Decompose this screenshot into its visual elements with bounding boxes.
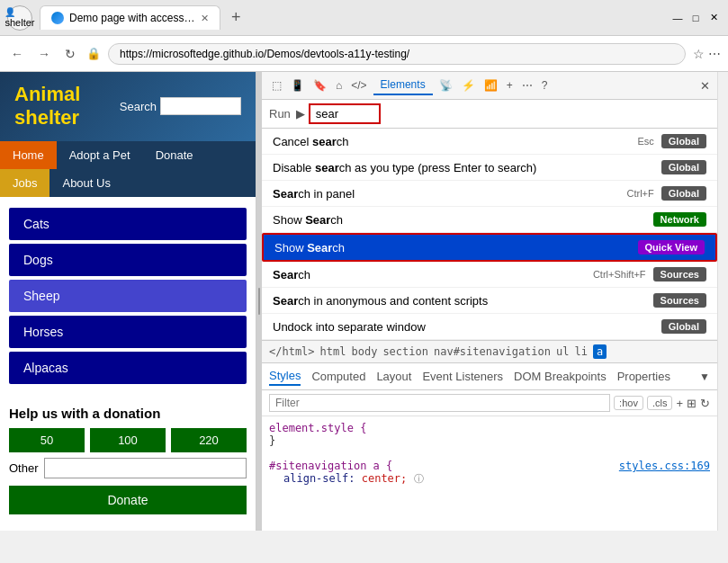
network-icon[interactable]: 📡: [436, 77, 455, 94]
performance-icon[interactable]: ⚡: [459, 77, 478, 94]
amount-100-button[interactable]: 100: [90, 428, 166, 452]
more-icon[interactable]: ⋯: [708, 47, 721, 61]
badge-global-4: Global: [661, 319, 706, 334]
donation-amounts: 50 100 220: [9, 428, 247, 452]
css-source-link[interactable]: styles.css:169: [619, 460, 710, 472]
browser-tab[interactable]: Demo page with accessibility iss ✕: [40, 5, 220, 30]
address-bar: ← → ↻ 🔒 ☆ ⋯: [0, 36, 728, 72]
nav-item-jobs[interactable]: Jobs: [0, 169, 49, 197]
tab-close-button[interactable]: ✕: [201, 13, 209, 24]
bookmark-icon[interactable]: 🔖: [310, 77, 329, 94]
breadcrumb-html-tag[interactable]: </html>: [269, 345, 315, 358]
css-content: element.style { } #sitenavigation a { st…: [262, 416, 717, 531]
tab-label: Demo page with accessibility iss: [69, 12, 195, 24]
styles-tabs: Styles Computed Layout Event Listeners D…: [262, 363, 717, 390]
cmd-cancel-search[interactable]: Cancel search Esc Global: [262, 129, 717, 155]
cmd-undock[interactable]: Undock into separate window Global: [262, 314, 717, 340]
hov-badge[interactable]: :hov: [614, 396, 643, 410]
run-label: Run: [269, 107, 291, 121]
tab-properties[interactable]: Properties: [617, 368, 670, 385]
animal-item-alpacas[interactable]: Alpacas: [9, 352, 247, 384]
html-breadcrumb: </html> html body section nav#sitenaviga…: [262, 341, 717, 363]
css-block-1: element.style { }: [269, 422, 710, 447]
other-amount-input[interactable]: [44, 458, 247, 478]
nav-item-adopt[interactable]: Adopt a Pet: [57, 141, 143, 169]
info-icon: ⓘ: [414, 473, 424, 485]
forward-button[interactable]: →: [34, 45, 54, 63]
panel-divider[interactable]: [256, 72, 262, 531]
nav-item-home[interactable]: Home: [0, 141, 57, 169]
cmd-show-search-quickview[interactable]: Show Search Quick View: [262, 233, 717, 262]
edge-icon: [51, 12, 64, 24]
tab-dom-breakpoints[interactable]: DOM Breakpoints: [514, 368, 607, 385]
donate-button[interactable]: Donate: [9, 486, 247, 514]
badge-global-3: Global: [661, 186, 706, 201]
site-header: Animal shelter Search: [0, 72, 256, 141]
close-button[interactable]: ✕: [706, 11, 721, 25]
maximize-button[interactable]: □: [688, 11, 703, 25]
filter-input[interactable]: [269, 394, 610, 412]
css-selector-2: #sitenavigation a {: [269, 460, 392, 472]
tab-event-listeners[interactable]: Event Listeners: [422, 368, 503, 385]
breadcrumb-li[interactable]: li: [574, 345, 587, 358]
tab-computed[interactable]: Computed: [311, 368, 365, 385]
cmd-search-panel[interactable]: Search in panel Ctrl+F Global: [262, 181, 717, 207]
css-selector-1: element.style {: [269, 422, 366, 434]
run-arrow: ▶: [296, 107, 305, 121]
new-tab-button[interactable]: +: [224, 8, 248, 27]
cmd-show-search-network[interactable]: Show Search Network: [262, 207, 717, 233]
site-title: Animal shelter: [14, 83, 80, 130]
devtools-close-button[interactable]: ✕: [700, 79, 710, 93]
animal-list: Cats Dogs Sheep Horses Alpacas: [0, 197, 256, 395]
cmd-search-sources[interactable]: Search Ctrl+Shift+F Sources: [262, 262, 717, 288]
inspect-icon[interactable]: ⬚: [269, 77, 284, 94]
breadcrumb-ul[interactable]: ul: [556, 345, 569, 358]
favorites-icon[interactable]: ☆: [693, 47, 705, 61]
amount-220-button[interactable]: 220: [171, 428, 247, 452]
other-row: Other: [9, 458, 247, 478]
animal-item-horses[interactable]: Horses: [9, 316, 247, 348]
plus-icon[interactable]: +: [504, 77, 516, 94]
site-search-input[interactable]: [160, 97, 241, 115]
breadcrumb-section[interactable]: section: [382, 345, 428, 358]
devtools-bottom: </html> html body section nav#sitenaviga…: [262, 341, 717, 531]
nav-item-donate[interactable]: Donate: [143, 141, 206, 169]
refresh-style-icon[interactable]: ↻: [700, 397, 710, 410]
new-style-rule-icon[interactable]: ⊞: [687, 397, 697, 410]
nav-item-about[interactable]: About Us: [49, 169, 122, 197]
home-icon[interactable]: ⌂: [333, 77, 345, 94]
device-icon[interactable]: 📱: [288, 77, 307, 94]
breadcrumb-html[interactable]: html: [320, 345, 346, 358]
cmd-disable-search[interactable]: Disable search as you type (press Enter …: [262, 155, 717, 181]
back-button[interactable]: ←: [7, 45, 27, 63]
breadcrumb-nav[interactable]: nav#sitenavigation: [434, 345, 551, 358]
more-tools-icon[interactable]: ⋯: [519, 77, 535, 94]
help-icon[interactable]: ?: [539, 77, 551, 94]
code-icon[interactable]: </>: [348, 77, 369, 94]
cmd-search-anon[interactable]: Search in anonymous and content scripts …: [262, 288, 717, 314]
css-value-1: center;: [362, 472, 408, 485]
add-style-icon[interactable]: +: [676, 397, 683, 410]
main-layout: Animal shelter Search Home Adopt a Pet D…: [0, 72, 728, 531]
tab-styles[interactable]: Styles: [269, 367, 301, 386]
minimize-button[interactable]: —: [670, 11, 685, 25]
amount-50-button[interactable]: 50: [9, 428, 85, 452]
animal-item-cats[interactable]: Cats: [9, 208, 247, 240]
breadcrumb-a[interactable]: a: [593, 344, 607, 359]
badge-global-2: Global: [661, 160, 706, 174]
scrollbar-right[interactable]: [717, 72, 728, 531]
cls-badge[interactable]: .cls: [647, 396, 673, 410]
filter-row: :hov .cls + ⊞ ↻: [262, 390, 717, 416]
animal-item-dogs[interactable]: Dogs: [9, 244, 247, 276]
tab-elements[interactable]: Elements: [373, 76, 433, 95]
breadcrumb-body[interactable]: body: [351, 345, 377, 358]
command-input[interactable]: [309, 103, 381, 124]
wifi-icon[interactable]: 📶: [481, 77, 500, 94]
animal-item-sheep[interactable]: Sheep: [9, 280, 247, 312]
tab-layout[interactable]: Layout: [376, 368, 411, 385]
address-input[interactable]: [108, 43, 686, 65]
refresh-button[interactable]: ↻: [61, 45, 79, 63]
styles-more-button[interactable]: ▼: [699, 371, 710, 383]
profile-icon[interactable]: 👤 shelter: [7, 5, 32, 31]
address-icons: ☆ ⋯: [693, 47, 721, 61]
